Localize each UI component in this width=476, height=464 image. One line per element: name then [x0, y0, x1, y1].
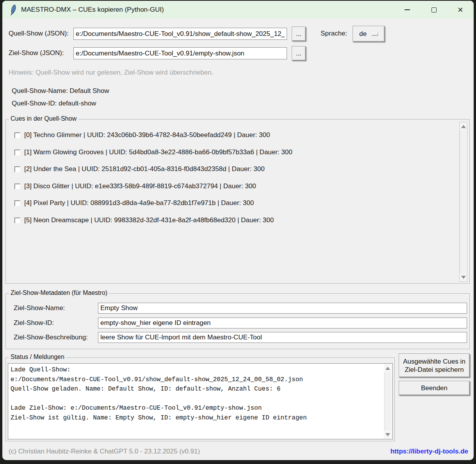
- cue-checkbutton[interactable]: [3] Disco Glitter | UUID: e1ee33f3-58b9-…: [14, 182, 256, 190]
- cue-label: [2] Under the Sea | UUID: 25181d92-cb01-…: [24, 165, 265, 173]
- copyright-text: (c) Christian Haubitz-Reinke & ChatGPT 5…: [9, 448, 200, 455]
- target-name-label: Ziel-Show-Name:: [14, 304, 65, 312]
- app-window: MAESTRO-DMX – CUEs kopieren (Python-GUI)…: [2, 1, 474, 460]
- scroll-down-icon[interactable]: [384, 431, 391, 438]
- close-button[interactable]: ×: [447, 1, 474, 19]
- dropdown-indicator-icon: [371, 32, 378, 36]
- website-link[interactable]: https://liberty-dj-tools.de: [390, 448, 468, 455]
- target-show-input[interactable]: [73, 47, 287, 59]
- target-description-input[interactable]: [98, 332, 467, 343]
- target-show-label: Ziel-Show (JSON):: [9, 49, 64, 57]
- status-log-textbox[interactable]: Lade Quell-Show: e:/Documents/Maestro-CU…: [8, 363, 393, 439]
- language-dropdown-value: de: [359, 30, 367, 38]
- checkbox-icon[interactable]: [14, 200, 20, 206]
- close-icon: ×: [458, 5, 463, 14]
- source-browse-button[interactable]: ...: [292, 27, 306, 41]
- metadata-group-title: Ziel-Show-Metadaten (für Maestro): [9, 289, 109, 296]
- source-show-label: Quell-Show (JSON):: [9, 30, 69, 37]
- minimize-button[interactable]: [394, 1, 421, 19]
- status-groupbox: Status / Meldungen Lade Quell-Show: e:/D…: [5, 357, 395, 441]
- scrollbar-thumb[interactable]: [384, 372, 392, 430]
- cue-checkbutton[interactable]: [1] Warm Glowing Grooves | UUID: 5d4bd0a…: [14, 148, 292, 156]
- cue-checkbutton[interactable]: [5] Neon Dreamscape | UUID: 9983382d-32d…: [14, 216, 274, 224]
- cue-checkbutton[interactable]: [0] Techno Glimmer | UUID: 243c06b0-39b6…: [14, 131, 270, 139]
- window-controls: ×: [394, 1, 474, 19]
- source-show-id-text: Quell-Show-ID: default-show: [12, 100, 96, 107]
- cue-label: [0] Techno Glimmer | UUID: 243c06b0-39b6…: [24, 131, 270, 139]
- cue-label: [5] Neon Dreamscape | UUID: 9983382d-32d…: [24, 216, 274, 224]
- scroll-up-icon[interactable]: [460, 123, 467, 130]
- cue-label: [4] Pixel Party | UUID: 088991d3-d8da-4a…: [24, 199, 254, 207]
- python-feather-icon: [9, 4, 17, 15]
- checkbox-icon[interactable]: [14, 218, 20, 223]
- cue-label: [3] Disco Glitter | UUID: e1ee33f3-58b9-…: [24, 182, 256, 190]
- checkbox-icon[interactable]: [14, 132, 20, 138]
- status-scrollbar[interactable]: [384, 364, 392, 439]
- status-log-text: Lade Quell-Show: e:/Documents/Maestro-CU…: [11, 365, 382, 437]
- target-browse-button[interactable]: ...: [292, 46, 306, 61]
- maximize-button[interactable]: [421, 1, 447, 19]
- hint-text: Hinweis: Quell-Show wird nur gelesen, Zi…: [9, 69, 213, 77]
- cue-list-scrollbar[interactable]: [459, 122, 467, 282]
- status-group-title: Status / Meldungen: [9, 353, 66, 360]
- target-description-label: Ziel-Show-Beschreibung:: [14, 334, 88, 341]
- maximize-icon: [431, 7, 437, 12]
- cue-checkbutton[interactable]: [2] Under the Sea | UUID: 25181d92-cb01-…: [14, 165, 265, 173]
- checkbox-icon[interactable]: [14, 150, 20, 155]
- language-label: Sprache:: [321, 30, 347, 37]
- scrollbar-thumb[interactable]: [460, 130, 467, 273]
- source-show-name-text: Quell-Show-Name: Default Show: [12, 87, 109, 95]
- scroll-down-icon[interactable]: [460, 273, 467, 281]
- target-id-input[interactable]: [98, 318, 467, 328]
- target-id-label: Ziel-Show-ID:: [14, 319, 54, 327]
- cue-label: [1] Warm Glowing Grooves | UUID: 5d4bd0a…: [24, 148, 292, 156]
- checkbox-icon[interactable]: [14, 184, 20, 189]
- checkbox-icon[interactable]: [14, 166, 20, 172]
- language-dropdown[interactable]: de: [353, 26, 385, 42]
- target-name-input[interactable]: [98, 303, 467, 314]
- minimize-icon: [405, 9, 410, 10]
- metadata-groupbox: Ziel-Show-Metadaten (für Maestro) Ziel-S…: [5, 293, 470, 349]
- quit-button[interactable]: Beenden: [399, 381, 470, 395]
- scroll-up-icon[interactable]: [384, 364, 391, 372]
- cue-checkbutton[interactable]: [4] Pixel Party | UUID: 088991d3-d8da-4a…: [14, 199, 254, 207]
- titlebar: MAESTRO-DMX – CUEs kopieren (Python-GUI)…: [2, 1, 474, 19]
- window-title: MAESTRO-DMX – CUEs kopieren (Python-GUI): [21, 6, 164, 14]
- cues-groupbox: Cues in der Quell-Show [0] Techno Glimme…: [5, 119, 470, 284]
- save-selected-cues-button[interactable]: Ausgewählte Cues in Ziel-Datei speichern: [399, 353, 470, 377]
- source-show-input[interactable]: [73, 28, 287, 40]
- cues-group-title: Cues in der Quell-Show: [9, 115, 78, 122]
